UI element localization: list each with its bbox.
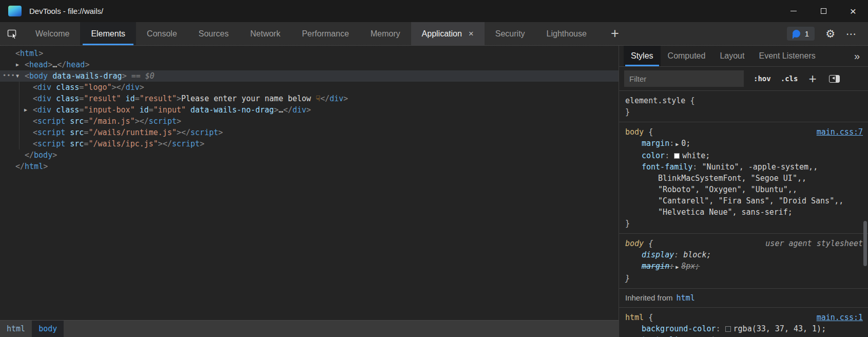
expand-value-arrow-icon[interactable]: ▶ <box>676 264 679 270</box>
settings-button[interactable]: ⚙ <box>825 28 835 39</box>
dom-tree-row[interactable]: <script src="/wails/ipc.js"></script> <box>0 138 619 149</box>
code-token: html <box>20 49 38 58</box>
dom-tree-row[interactable]: <html> <box>0 48 619 59</box>
indent-guide <box>19 116 20 127</box>
styles-sidebar: StylesComputedLayoutEvent Listeners» :ho… <box>619 46 868 337</box>
expand-value-arrow-icon[interactable]: ▶ <box>676 141 679 147</box>
customize-menu-button[interactable]: ⋯ <box>846 29 857 39</box>
dom-tree-row[interactable]: </html> <box>0 161 619 172</box>
css-property-name: font-family <box>642 162 692 172</box>
css-property-name: display <box>642 250 674 259</box>
maximize-button[interactable] <box>808 0 838 22</box>
issues-counter-button[interactable]: 1 <box>787 27 815 41</box>
expand-arrow-icon[interactable]: ▶ <box>24 104 27 116</box>
code-token: < <box>25 71 29 81</box>
tab-console[interactable]: Console <box>136 22 188 45</box>
code-token: script <box>172 139 200 148</box>
code-token: Please enter your name below <box>181 94 316 103</box>
more-actions-dots-icon[interactable]: ••• <box>3 70 15 81</box>
tab-application[interactable]: Application× <box>411 22 485 45</box>
inherited-target-link[interactable]: html <box>677 293 695 303</box>
code-token: script <box>149 117 177 126</box>
css-property-value-continued: "Helvetica Neue", sans-serif; <box>625 207 863 218</box>
tab-memory[interactable]: Memory <box>360 22 411 45</box>
code-token: … <box>52 60 57 69</box>
css-property[interactable]: margin:▶8px; <box>625 260 863 273</box>
inspect-cursor-icon <box>6 28 18 40</box>
dom-tree-row[interactable]: •••▼<body data-wails-drag> == $0 <box>0 70 619 82</box>
maximize-icon <box>821 8 826 14</box>
open-brace: { <box>644 313 653 322</box>
tab-network[interactable]: Network <box>240 22 292 45</box>
css-property[interactable]: font-family: "Nunito", -apple-system,, <box>625 161 863 173</box>
issues-count: 1 <box>805 29 809 38</box>
inspect-element-button[interactable] <box>0 22 25 45</box>
tab-security[interactable]: Security <box>485 22 536 45</box>
dom-tree-row[interactable]: ▶<div class="input-box" id="input" data-… <box>0 104 619 116</box>
dom-tree-row[interactable]: <div class="logo"></div> <box>0 82 619 93</box>
css-property-name: margin <box>642 261 669 271</box>
code-token: > <box>306 105 311 115</box>
stylesheet-link[interactable]: main.css:1 <box>817 312 863 323</box>
sidebar-tab-event-listeners[interactable]: Event Listeners <box>751 46 822 66</box>
sidebar-tab-layout[interactable]: Layout <box>712 46 751 66</box>
code-token: < <box>33 128 37 137</box>
elements-panel: <html>▶<head>…</head>•••▼<body data-wail… <box>0 46 619 337</box>
color-swatch[interactable] <box>674 153 680 159</box>
breadcrumb-body[interactable]: body <box>32 321 64 337</box>
tab-lighthouse[interactable]: Lighthouse <box>536 22 597 45</box>
css-property[interactable]: display: block; <box>625 249 863 260</box>
window-title: DevTools - file://wails/ <box>29 7 103 15</box>
sidebar-tab-styles[interactable]: Styles <box>624 46 661 66</box>
close-tab-icon[interactable]: × <box>469 29 474 38</box>
code-token: > <box>43 162 48 171</box>
code-token: > <box>158 139 163 148</box>
css-property[interactable]: color: white; <box>625 150 863 161</box>
more-tools-button[interactable]: + <box>611 22 619 45</box>
css-property[interactable]: text-align: center; <box>625 334 863 337</box>
expand-arrow-icon[interactable]: ▶ <box>16 59 19 70</box>
tab-elements[interactable]: Elements <box>80 22 136 45</box>
code-token: class <box>51 94 79 103</box>
css-selector[interactable]: body <box>625 239 644 248</box>
css-selector[interactable]: html <box>625 313 644 322</box>
color-swatch[interactable] <box>725 326 731 332</box>
sidebar-tabs-overflow-button[interactable]: » <box>854 46 868 66</box>
collapse-arrow-icon[interactable]: ▼ <box>16 70 19 82</box>
toggle-class-button[interactable]: .cls <box>781 74 798 83</box>
tab-label: Performance <box>302 29 349 39</box>
tab-sources[interactable]: Sources <box>188 22 240 45</box>
minimize-button[interactable] <box>779 0 808 22</box>
toggle-hover-state-button[interactable]: :hov <box>754 74 771 83</box>
dock-sidebar-icon[interactable] <box>829 75 840 83</box>
tab-welcome[interactable]: Welcome <box>25 22 80 45</box>
breadcrumb-html[interactable]: html <box>0 321 32 337</box>
code-token: "/wails/runtime.js" <box>88 128 177 137</box>
code-token: > <box>274 105 279 115</box>
close-button[interactable]: × <box>838 0 868 22</box>
code-token: < <box>33 105 37 115</box>
code-token: "input" <box>153 105 186 115</box>
stylesheet-link[interactable]: main.css:7 <box>817 126 863 138</box>
css-property[interactable]: background-color: rgba(33, 37, 43, 1); <box>625 323 863 334</box>
dom-tree-row[interactable]: <script src="/wails/runtime.js"></script… <box>0 127 619 138</box>
close-brace: } <box>625 106 863 118</box>
css-selector[interactable]: element.style <box>625 96 685 105</box>
code-token: div <box>126 83 140 92</box>
dom-tree-row[interactable]: <script src="/main.js"></script> <box>0 116 619 127</box>
styles-filter-input[interactable] <box>624 70 744 87</box>
dom-tree-row[interactable]: </body> <box>0 149 619 161</box>
code-token: "logo" <box>84 83 111 92</box>
sidebar-tab-computed[interactable]: Computed <box>661 46 713 66</box>
dom-tree-row[interactable]: <div class="result" id="result">Please e… <box>0 93 619 104</box>
new-style-rule-button[interactable]: + <box>808 72 816 85</box>
code-token: "result" <box>84 94 121 103</box>
css-selector[interactable]: body <box>625 127 644 137</box>
tab-performance[interactable]: Performance <box>291 22 360 45</box>
scrollbar-thumb[interactable] <box>863 221 867 266</box>
css-property[interactable]: margin:▶0; <box>625 138 863 150</box>
code-token: </ <box>57 60 66 69</box>
colon: : <box>716 324 721 333</box>
dom-tree-row[interactable]: ▶<head>…</head> <box>0 59 619 70</box>
code-token: = <box>135 94 140 103</box>
